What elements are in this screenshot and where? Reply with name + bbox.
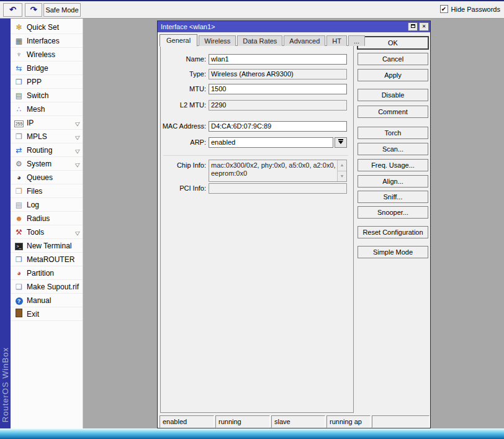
switch-device-icon bbox=[14, 91, 24, 100]
arp-label: ARP: bbox=[159, 137, 206, 148]
people-icon bbox=[14, 214, 24, 223]
status-running-ap: running ap bbox=[326, 415, 371, 428]
antenna-icon bbox=[14, 50, 24, 59]
chip-info-field: mac:0x300/0x2, phy:0x0, a5:0x0, a2:0x0, … bbox=[209, 160, 347, 182]
sidebar-item-ip[interactable]: IP▷ bbox=[11, 116, 83, 130]
simple-mode-button[interactable]: Simple Mode bbox=[358, 246, 428, 258]
freq-usage-button[interactable]: Freq. Usage... bbox=[358, 159, 428, 171]
sidebar-item-interfaces[interactable]: Interfaces bbox=[11, 34, 83, 48]
cancel-button[interactable]: Cancel bbox=[358, 53, 428, 65]
sidebar-item-label: Bridge bbox=[24, 64, 80, 73]
scroll-down-icon[interactable]: ▼ bbox=[338, 171, 346, 182]
sidebar-item-manual[interactable]: Manual bbox=[11, 294, 83, 307]
sidebar-item-mesh[interactable]: Mesh bbox=[11, 102, 83, 116]
sidebar-item-label: Switch bbox=[24, 91, 80, 100]
pci-info-field bbox=[209, 183, 347, 194]
sidebar-item-label: Manual bbox=[24, 296, 80, 305]
sidebar-item-switch[interactable]: Switch bbox=[11, 89, 83, 102]
comment-button[interactable]: Comment bbox=[358, 106, 428, 118]
tools-icon bbox=[14, 228, 24, 237]
sidebar-item-new-terminal[interactable]: New Terminal bbox=[11, 239, 83, 253]
scroll-up-icon[interactable]: ▲ bbox=[338, 160, 346, 171]
tags-icon bbox=[14, 132, 24, 141]
routing-arrows-icon bbox=[14, 146, 24, 155]
safe-mode-button[interactable]: Safe Mode bbox=[43, 3, 81, 17]
sidebar-item-label: Queues bbox=[24, 173, 80, 182]
sidebar-item-label: System bbox=[24, 160, 76, 168]
dialog-titlebar[interactable]: Interface <wlan1> ✕ bbox=[158, 21, 430, 32]
sidebar-item-routing[interactable]: Routing▷ bbox=[11, 143, 83, 157]
maximize-button[interactable] bbox=[408, 22, 418, 31]
sidebar-item-label: Exit bbox=[24, 310, 80, 319]
dialog-status-bar: enabled running slave running ap bbox=[160, 415, 430, 428]
tab-wireless[interactable]: Wireless bbox=[199, 35, 236, 46]
align-button[interactable]: Align... bbox=[358, 175, 428, 188]
sidebar-item-ppp[interactable]: PPP bbox=[11, 75, 83, 89]
sidebar-item-wireless[interactable]: Wireless bbox=[11, 48, 83, 61]
form-separator bbox=[163, 155, 348, 156]
sidebar-item-exit[interactable]: Exit bbox=[11, 307, 83, 321]
mtu-input[interactable]: 1500 bbox=[209, 84, 347, 94]
hide-passwords-label: Hide Passwords bbox=[451, 6, 500, 13]
sidebar-item-label: PPP bbox=[24, 78, 80, 86]
hide-passwords-checkbox[interactable]: ✔ bbox=[440, 5, 448, 13]
sidebar-item-quick-set[interactable]: Quick Set bbox=[11, 20, 83, 34]
name-label: Name: bbox=[159, 54, 206, 65]
sidebar-item-metarouter[interactable]: MetaROUTER bbox=[11, 253, 83, 266]
l2mtu-label: L2 MTU: bbox=[159, 100, 206, 111]
sidebar-item-bridge[interactable]: Bridge bbox=[11, 61, 83, 75]
document-icon bbox=[14, 283, 24, 291]
apply-button[interactable]: Apply bbox=[358, 69, 428, 81]
name-input[interactable]: wlan1 bbox=[209, 54, 347, 65]
sidebar-item-make-supout[interactable]: Make Supout.rif bbox=[11, 280, 83, 294]
undo-button[interactable]: ↶ bbox=[3, 3, 22, 17]
tab-general[interactable]: General bbox=[160, 34, 197, 47]
dialog-tabs: General Wireless Data Rates Advanced HT … bbox=[160, 34, 366, 46]
sidebar-item-radius[interactable]: Radius bbox=[11, 212, 83, 225]
close-button[interactable]: ✕ bbox=[419, 22, 429, 31]
tab-advanced[interactable]: Advanced bbox=[284, 35, 325, 46]
sidebar-item-label: Interfaces bbox=[24, 37, 80, 45]
tab-ht[interactable]: HT bbox=[326, 35, 347, 46]
sidebar-item-queues[interactable]: Queues bbox=[11, 171, 83, 184]
sidebar-item-label: Mesh bbox=[24, 105, 80, 114]
sidebar-item-partition[interactable]: Partition bbox=[11, 266, 83, 280]
sidebar-item-system[interactable]: System▷ bbox=[11, 157, 83, 171]
sidebar-item-log[interactable]: Log bbox=[11, 198, 83, 212]
computers-icon bbox=[14, 78, 24, 86]
disable-button[interactable]: Disable bbox=[358, 89, 428, 101]
arp-dropdown-button[interactable] bbox=[335, 137, 347, 148]
type-field: Wireless (Atheros AR9300) bbox=[209, 69, 347, 79]
reset-configuration-button[interactable]: Reset Configuration bbox=[358, 226, 428, 238]
sidebar-item-mpls[interactable]: MPLS▷ bbox=[11, 130, 83, 143]
snooper-button[interactable]: Snooper... bbox=[358, 206, 428, 219]
gauge-icon bbox=[14, 173, 24, 182]
folder-icon bbox=[14, 187, 24, 196]
pci-info-label: PCI Info: bbox=[159, 183, 206, 194]
torch-button[interactable]: Torch bbox=[358, 127, 428, 139]
l2mtu-field: 2290 bbox=[209, 100, 347, 111]
sidebar-item-tools[interactable]: Tools▷ bbox=[11, 225, 83, 239]
computer-icon bbox=[14, 255, 24, 264]
arp-value[interactable]: enabled bbox=[209, 137, 333, 148]
sidebar-item-label: IP bbox=[24, 119, 76, 127]
scan-button[interactable]: Scan... bbox=[358, 143, 428, 155]
bridge-arrows-icon bbox=[14, 64, 24, 73]
dropdown-icon bbox=[338, 139, 343, 140]
brand-vertical-text: RouterOS WinBox bbox=[1, 347, 10, 422]
hide-passwords-control: ✔ Hide Passwords bbox=[440, 5, 500, 13]
sidebar-menu: Quick Set Interfaces Wireless Bridge PPP… bbox=[11, 19, 83, 428]
sidebar-item-label: Routing bbox=[24, 146, 76, 155]
ok-button[interactable]: OK bbox=[358, 37, 428, 49]
tab-more[interactable]: ... bbox=[348, 35, 365, 46]
mac-address-label: MAC Address: bbox=[159, 121, 206, 132]
tab-data-rates[interactable]: Data Rates bbox=[237, 35, 282, 46]
redo-button[interactable]: ↷ bbox=[25, 3, 42, 17]
sniff-button[interactable]: Sniff... bbox=[358, 191, 428, 203]
sidebar-item-label: New Terminal bbox=[24, 242, 80, 250]
main-toolbar: ↶ ↷ Safe Mode ✔ Hide Passwords bbox=[0, 1, 504, 19]
sidebar-item-files[interactable]: Files bbox=[11, 184, 83, 198]
chip-info-scroll: ▲ ▼ bbox=[337, 160, 346, 181]
question-mark-icon bbox=[14, 296, 24, 305]
mac-address-input[interactable]: D4:CA:6D:07:9C:89 bbox=[209, 121, 347, 132]
